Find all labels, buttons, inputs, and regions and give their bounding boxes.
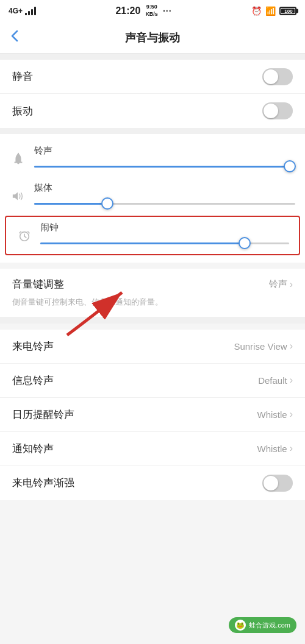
alarm-slider-track-wrap[interactable]	[40, 237, 289, 249]
alarm-row-highlight: 闹钟	[5, 216, 300, 255]
volume-key-chevron: ›	[290, 279, 293, 290]
volume-key-value: 铃声	[269, 278, 287, 290]
ringtone-slider-thumb	[284, 160, 296, 172]
calendar-ring-value: Whistle	[257, 409, 287, 420]
message-ring-value-wrap: Default ›	[258, 375, 293, 386]
page-title: 声音与振动	[125, 30, 180, 45]
crescendo-toggle[interactable]	[262, 475, 293, 492]
clock-icon	[16, 227, 33, 244]
svg-point-0	[18, 152, 19, 154]
calendar-chevron: ›	[290, 409, 293, 420]
watermark-text: 蛙合游戏.com	[249, 621, 290, 630]
status-bar: 4G+ 21:20 9:50 KB/s ··· ⏰ 📶 100	[0, 0, 305, 22]
mute-toggle[interactable]	[262, 68, 293, 85]
back-button[interactable]	[9, 27, 21, 48]
media-slider-track	[34, 203, 295, 205]
volume-icon	[10, 188, 27, 205]
slider-section: 铃声 媒体	[0, 134, 305, 263]
dots-label: ···	[163, 6, 172, 16]
ring-section: 来电铃声 Sunrise View › 信息铃声 Default › 日历提醒铃…	[0, 330, 305, 500]
crescendo-label: 来电铃声渐强	[12, 476, 74, 490]
crescendo-row: 来电铃声渐强	[0, 466, 305, 500]
page-wrapper: 4G+ 21:20 9:50 KB/s ··· ⏰ 📶 100	[0, 0, 305, 644]
calendar-ring-value-wrap: Whistle ›	[257, 409, 293, 420]
signal-bar-2	[28, 11, 30, 15]
wifi-icon: 📶	[265, 6, 276, 16]
ringtone-setting-label: 来电铃声	[12, 339, 54, 353]
divider-3	[0, 317, 305, 324]
svg-marker-1	[13, 192, 18, 200]
volume-key-top: 音量键调整 铃声 ›	[12, 277, 293, 291]
message-ring-value: Default	[258, 375, 287, 386]
notification-ring-label: 通知铃声	[12, 442, 54, 456]
media-slider-track-wrap[interactable]	[34, 197, 295, 210]
media-slider-fill	[34, 203, 107, 205]
ringtone-slider-row: 铃声	[0, 140, 305, 177]
watermark-icon: 🐸	[235, 620, 246, 631]
status-center: 21:20 9:50 KB/s ···	[115, 4, 171, 18]
bell-icon	[10, 150, 27, 168]
volume-key-section: 音量键调整 铃声 › 侧音量键可控制来电、信息和通知的音量。	[0, 269, 305, 317]
status-left: 4G+	[9, 7, 36, 15]
divider-1	[0, 54, 305, 60]
ringtone-slider-fill	[34, 166, 290, 168]
media-slider-label: 媒体	[34, 182, 295, 194]
alarm-slider-row: 闹钟	[6, 217, 299, 254]
toggle-section: 静音 振动	[0, 60, 305, 128]
alarm-slider-fill	[40, 242, 245, 244]
media-slider-content: 媒体	[34, 182, 295, 210]
media-slider-row: 媒体	[0, 177, 305, 214]
mute-label: 静音	[12, 69, 33, 83]
alarm-slider-label: 闹钟	[40, 222, 289, 233]
notification-chevron: ›	[290, 443, 293, 454]
volume-key-label: 音量键调整	[12, 277, 64, 291]
mute-toggle-knob	[264, 69, 278, 84]
carrier-label: 4G+	[9, 7, 23, 15]
battery-icon: 100	[279, 7, 296, 15]
ringtone-setting-row[interactable]: 来电铃声 Sunrise View ›	[0, 330, 305, 364]
time-label: 21:20	[115, 5, 140, 16]
alarm-clock-icon: ⏰	[251, 6, 262, 16]
calendar-ring-label: 日历提醒铃声	[12, 408, 74, 422]
notification-ring-value: Whistle	[257, 444, 287, 454]
ringtone-setting-value: Sunrise View	[234, 341, 287, 352]
ringtone-slider-label: 铃声	[34, 145, 295, 157]
alarm-slider-track	[40, 242, 289, 244]
signal-bar-3	[31, 9, 33, 15]
ringtone-slider-content: 铃声	[34, 145, 295, 172]
vibrate-label: 振动	[12, 104, 33, 118]
status-right: ⏰ 📶 100	[251, 6, 296, 16]
crescendo-toggle-knob	[264, 476, 278, 490]
signal-bar-1	[25, 13, 27, 15]
message-chevron: ›	[290, 375, 293, 386]
ringtone-slider-track-wrap[interactable]	[34, 160, 295, 172]
media-slider-thumb	[101, 197, 113, 210]
signal-bars	[25, 7, 36, 15]
ringtone-slider-track	[34, 166, 295, 168]
ringtone-setting-value-wrap: Sunrise View ›	[234, 341, 293, 352]
mute-row: 静音	[0, 60, 305, 94]
alarm-slider-thumb	[239, 237, 251, 249]
notification-ring-row[interactable]: 通知铃声 Whistle ›	[0, 432, 305, 466]
volume-key-desc: 侧音量键可控制来电、信息和通知的音量。	[12, 297, 163, 306]
signal-bar-4	[34, 7, 36, 15]
alarm-slider-content: 闹钟	[40, 222, 289, 249]
data-speed: 9:50 KB/s	[145, 4, 158, 18]
volume-key-value-wrap[interactable]: 铃声 ›	[269, 278, 293, 290]
notification-ring-value-wrap: Whistle ›	[257, 443, 293, 454]
vibrate-row: 振动	[0, 94, 305, 128]
message-ring-row[interactable]: 信息铃声 Default ›	[0, 364, 305, 398]
vibrate-toggle[interactable]	[262, 102, 293, 119]
vibrate-toggle-knob	[264, 104, 278, 118]
calendar-ring-row[interactable]: 日历提醒铃声 Whistle ›	[0, 398, 305, 432]
ringtone-chevron: ›	[290, 341, 293, 352]
message-ring-label: 信息铃声	[12, 373, 54, 387]
watermark: 🐸 蛙合游戏.com	[229, 617, 296, 633]
divider-2	[0, 128, 305, 134]
top-nav: 声音与振动	[0, 22, 305, 54]
